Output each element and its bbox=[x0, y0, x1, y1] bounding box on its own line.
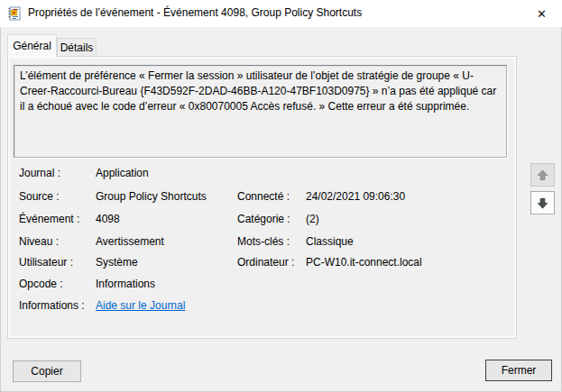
event-properties-dialog: Propriétés de l’événement - Événement 40… bbox=[0, 0, 562, 392]
field-value: Avertissement bbox=[96, 235, 164, 248]
log-help-link[interactable]: Aide sur le Journal bbox=[96, 299, 185, 312]
field-value: 4098 bbox=[96, 213, 120, 225]
field-label: Opcode : bbox=[19, 278, 96, 290]
copy-button[interactable]: Copier bbox=[13, 360, 81, 382]
field-value: Classique bbox=[306, 235, 354, 248]
field-computer: Ordinateur : PC-W10.it-connect.local bbox=[237, 256, 508, 270]
close-window-button[interactable]: ✕ bbox=[521, 0, 562, 27]
next-event-button[interactable] bbox=[530, 191, 555, 214]
close-button-label: Fermer bbox=[502, 364, 537, 377]
arrow-up-icon bbox=[536, 169, 549, 182]
field-category: Catégorie : (2) bbox=[237, 213, 508, 227]
field-value: (2) bbox=[306, 213, 319, 225]
field-value: PC-W10.it-connect.local bbox=[306, 256, 422, 269]
field-opcode: Opcode : Informations bbox=[19, 278, 235, 292]
tab-general[interactable]: Général bbox=[7, 34, 57, 57]
field-user: Utilisateur : Système bbox=[19, 256, 235, 270]
titlebar: Propriétés de l’événement - Événement 40… bbox=[0, 0, 562, 27]
field-informations: Informations : Aide sur le Journal bbox=[19, 299, 235, 314]
window-title: Propriétés de l’événement - Événement 40… bbox=[28, 6, 362, 19]
copy-button-label: Copier bbox=[31, 365, 62, 378]
field-source: Source : Group Policy Shortcuts bbox=[19, 190, 235, 205]
field-logged: Connecté : 24/02/2021 09:06:30 bbox=[237, 190, 508, 205]
field-label: Journal : bbox=[19, 167, 96, 179]
field-value: Informations bbox=[96, 278, 155, 290]
close-button[interactable]: Fermer bbox=[485, 360, 552, 381]
field-label: Informations : bbox=[19, 299, 96, 312]
tab-details[interactable]: Détails bbox=[57, 38, 97, 56]
previous-event-button[interactable] bbox=[530, 163, 555, 187]
field-label: Catégorie : bbox=[237, 213, 290, 225]
field-keywords: Mots-clés : Classique bbox=[237, 235, 508, 250]
field-value: Application bbox=[96, 167, 149, 179]
close-icon: ✕ bbox=[537, 7, 547, 21]
field-value: Système bbox=[96, 256, 138, 269]
field-label: Événement : bbox=[19, 213, 96, 225]
event-description-text: L’élément de préférence « Fermer la sess… bbox=[20, 69, 496, 113]
field-label: Mots-clés : bbox=[237, 235, 290, 248]
tab-general-label: Général bbox=[13, 40, 51, 52]
field-event-id: Événement : 4098 bbox=[19, 213, 235, 227]
field-label: Connecté : bbox=[237, 190, 290, 203]
field-level: Niveau : Avertissement bbox=[19, 235, 235, 250]
field-label: Utilisateur : bbox=[19, 256, 96, 269]
field-journal: Journal : Application bbox=[19, 167, 235, 181]
event-description-box[interactable]: L’élément de préférence « Fermer la sess… bbox=[14, 65, 507, 158]
arrow-down-icon bbox=[536, 196, 549, 210]
field-label: Ordinateur : bbox=[237, 256, 294, 269]
field-value: Group Policy Shortcuts bbox=[96, 190, 207, 203]
field-value: 24/02/2021 09:06:30 bbox=[306, 190, 405, 203]
field-label: Source : bbox=[19, 190, 96, 203]
general-tab-page: L’élément de préférence « Fermer la sess… bbox=[7, 56, 517, 339]
tab-details-label: Détails bbox=[60, 41, 94, 54]
event-properties-icon bbox=[7, 6, 22, 21]
field-label: Niveau : bbox=[19, 235, 96, 248]
